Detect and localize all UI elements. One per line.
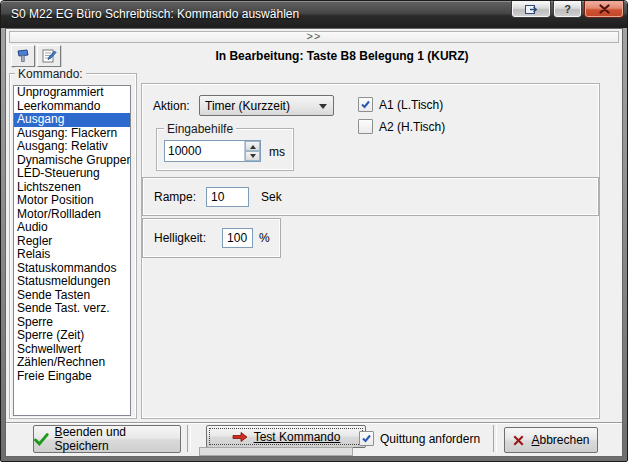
ms-spinbox [164,140,261,162]
hammer-icon [15,48,31,64]
command-list-item[interactable]: Sperre (Zeit) [14,329,130,343]
command-list-item[interactable]: Dynamische Gruppen [14,154,130,168]
helligkeit-input[interactable] [222,228,253,248]
command-list-item[interactable]: Audio [14,221,130,235]
command-list-item[interactable]: LED-Steuerung [14,167,130,181]
command-list-item[interactable]: Schwellwert [14,343,130,357]
detach-window-icon [524,4,539,15]
quittung-checkbox[interactable] [359,431,374,446]
ms-input[interactable] [165,141,244,161]
help-button[interactable]: ? [553,1,582,18]
a1-checkbox-label: A1 (L.Tisch) [379,98,443,112]
eingabehilfe-group-label: Eingabehilfe [164,122,236,136]
edit-button[interactable] [37,45,61,67]
cancel-button[interactable]: Abbrechen [504,427,598,453]
test-command-button[interactable]: Test Kommando [206,425,366,448]
detach-window-button[interactable] [511,1,551,18]
tool-button[interactable] [11,45,35,67]
check-icon [361,433,372,444]
a2-checkbox-label: A2 (H.Tisch) [379,120,445,134]
red-arrow-icon [232,431,248,443]
helligkeit-label: Helligkeit: [154,231,206,245]
rampe-label: Rampe: [154,190,196,204]
command-list-item[interactable]: Lichtszenen [14,181,130,195]
command-list-item[interactable]: Motor/Rollladen [14,208,130,222]
caption-buttons: ? [511,1,624,18]
footer-bar: Beenden und Speichern Test Kommando Quit… [6,422,622,454]
command-list-item[interactable]: Sende Tast. verz. [14,302,130,316]
close-button[interactable] [584,1,624,18]
spin-down-button[interactable] [245,151,260,161]
command-list-item[interactable]: Motor Position [14,194,130,208]
footer-divider [187,425,191,452]
edit-note-icon [41,48,57,64]
save-and-close-button[interactable]: Beenden und Speichern [33,425,181,453]
checkbox-row-a2: A2 (H.Tisch) [358,119,445,134]
rampe-panel: Rampe: Sek [142,177,599,216]
command-list-item[interactable]: Ausgang: Flackern [14,127,130,141]
close-icon [599,4,610,14]
command-list-item[interactable]: Zählen/Rechnen [14,356,130,370]
command-list-item[interactable]: Regler [14,235,130,249]
green-check-icon [34,433,49,446]
command-list-item[interactable]: Sperre [14,316,130,330]
command-list-item[interactable]: Statuskommandos [14,262,130,276]
test-command-label: Test Kommando [254,430,341,444]
command-list-item[interactable]: Leerkommando [14,100,130,114]
helligkeit-panel: Helligkeit: % [142,218,281,258]
expander-bar[interactable]: >> [9,31,619,43]
quittung-row: Quittung anfordern [359,431,480,446]
help-icon: ? [564,3,571,15]
spin-up-button[interactable] [245,141,260,151]
command-list-item[interactable]: Unprogrammiert [14,86,130,100]
aktion-combobox-value: Timer (Kurzzeit) [205,99,290,113]
test-progress-strip [199,447,353,456]
command-list-item[interactable]: Freie Eingabe [14,370,130,384]
command-list-item[interactable]: Ausgang: Relativ [14,140,130,154]
command-list[interactable]: UnprogrammiertLeerkommandoAusgangAusgang… [13,85,131,416]
command-list-item[interactable]: Statusmeldungen [14,275,130,289]
save-and-close-label: Beenden und Speichern [55,425,180,453]
helligkeit-unit-label: % [259,231,270,245]
ms-unit-label: ms [269,145,285,159]
arrow-up-icon [250,142,256,149]
command-list-item[interactable]: Ausgang [14,113,130,127]
window-title: S0 M22 EG Büro Schreibtisch: Kommando au… [11,1,299,28]
chevron-down-icon [319,104,327,113]
red-x-icon [512,434,525,447]
rampe-input[interactable] [206,187,249,207]
command-list-item[interactable]: Relais [14,248,130,262]
aktion-combobox[interactable]: Timer (Kurzzeit) [199,95,334,116]
arrow-down-icon [250,154,256,161]
quittung-checkbox-label: Quittung anfordern [380,432,480,446]
checkbox-row-a1: A1 (L.Tisch) [358,97,443,112]
editing-header: In Bearbeitung: Taste B8 Belegung 1 (KUR… [66,45,618,67]
dialog-client-area: >> In Bearbeitung: Taste B8 Belegung 1 (… [5,28,623,457]
check-icon [360,99,371,110]
spinner-buttons [244,141,260,161]
footer-divider [493,425,497,452]
cancel-label: Abbrechen [531,433,589,447]
command-list-item[interactable]: Sende Tasten [14,289,130,303]
action-panel: Aktion: Timer (Kurzzeit) A1 (L.Tisch) [141,83,600,419]
rampe-unit-label: Sek [261,190,282,204]
dialog-window: S0 M22 EG Büro Schreibtisch: Kommando au… [0,0,628,462]
kommando-group-label: Kommando: [15,67,86,81]
a2-checkbox[interactable] [358,119,373,134]
aktion-label: Aktion: [153,99,190,113]
a1-checkbox[interactable] [358,97,373,112]
titlebar: S0 M22 EG Büro Schreibtisch: Kommando au… [1,1,627,28]
